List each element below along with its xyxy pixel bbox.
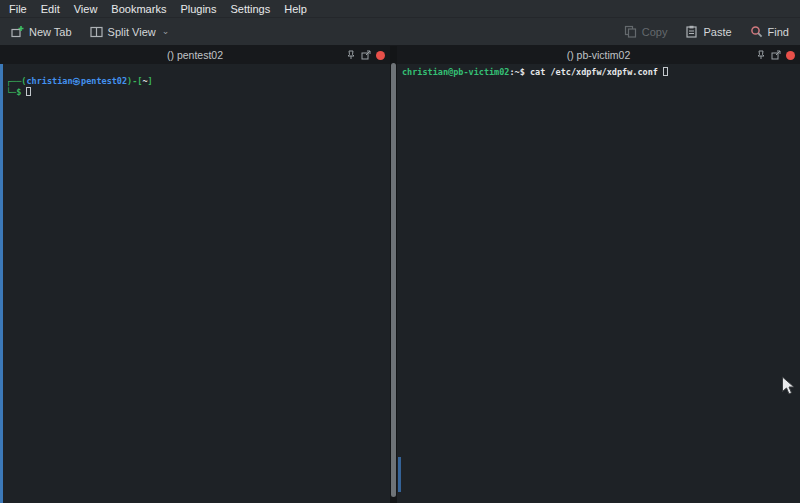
paste-button[interactable]: Paste (680, 22, 736, 41)
right-terminal-scrollbar[interactable] (398, 457, 401, 492)
toolbar-right-group: Copy Paste (619, 22, 794, 41)
splitter-handle[interactable] (391, 63, 396, 497)
paste-label: Paste (703, 26, 731, 38)
find-label: Find (768, 26, 789, 38)
close-split-button[interactable] (376, 51, 385, 60)
terminal-prompt-line-2: └─$ (6, 87, 390, 98)
left-tab-title: () pentest02 (0, 49, 390, 61)
menu-edit[interactable]: Edit (34, 0, 67, 17)
split-view-button[interactable]: Split View ⌄ (85, 23, 175, 41)
pin-icon[interactable] (346, 46, 356, 64)
toolbar-left-group: New Tab Split View ⌄ (6, 22, 174, 41)
prompt-frame-open: ┌──( (6, 76, 26, 86)
right-pane: () pb-victim02 (397, 46, 800, 503)
pin-icon[interactable] (756, 46, 766, 64)
detach-tab-icon[interactable] (361, 46, 371, 64)
left-tab-bar: () pentest02 (0, 46, 390, 64)
copy-icon (624, 25, 637, 38)
menu-bar: File Edit View Bookmarks Plugins Setting… (0, 0, 800, 18)
menu-file[interactable]: File (2, 0, 34, 17)
menu-plugins[interactable]: Plugins (173, 0, 223, 17)
prompt-dollar: └─$ (6, 87, 21, 97)
prompt-separator: :~$ (509, 67, 529, 77)
detach-tab-icon[interactable] (771, 46, 781, 64)
split-view-icon (90, 26, 103, 38)
new-tab-icon (11, 25, 24, 38)
menu-settings[interactable]: Settings (223, 0, 277, 17)
pane-splitter (390, 46, 397, 503)
text-cursor (663, 67, 668, 76)
prompt-frame-mid: )-[ (127, 76, 142, 86)
copy-button[interactable]: Copy (619, 22, 673, 41)
left-pane: () pentest02 (0, 46, 390, 503)
paste-icon (685, 25, 698, 38)
split-view-label: Split View (108, 26, 156, 38)
right-tab-actions (756, 46, 800, 64)
find-button[interactable]: Find (745, 22, 794, 41)
konsole-window: File Edit View Bookmarks Plugins Setting… (0, 0, 800, 503)
main-toolbar: New Tab Split View ⌄ (0, 18, 800, 46)
prompt-frame-close: ] (148, 76, 153, 86)
chevron-down-icon: ⌄ (162, 27, 170, 36)
left-terminal-scrollbar[interactable] (0, 64, 3, 503)
copy-label: Copy (642, 26, 668, 38)
split-container: () pentest02 (0, 46, 800, 503)
prompt-user-host: christian㉿pentest02 (26, 76, 127, 86)
left-tab-actions (346, 46, 390, 64)
right-tab-bar: () pb-victim02 (397, 46, 800, 64)
terminal-prompt-line-1: ┌──(christian㉿pentest02)-[~] (6, 76, 390, 87)
typed-command: cat /etc/xdpfw/xdpfw.conf (530, 67, 658, 77)
right-terminal[interactable]: christian@pb-victim02:~$ cat /etc/xdpfw/… (397, 64, 800, 503)
new-tab-label: New Tab (29, 26, 72, 38)
left-terminal[interactable]: ┌──(christian㉿pentest02)-[~] └─$ (0, 64, 390, 503)
text-cursor (26, 87, 31, 96)
menu-view[interactable]: View (67, 0, 105, 17)
menu-bookmarks[interactable]: Bookmarks (104, 0, 173, 17)
close-split-button[interactable] (786, 51, 795, 60)
terminal-prompt-line: christian@pb-victim02:~$ cat /etc/xdpfw/… (402, 67, 800, 78)
prompt-user-host: christian@pb-victim02 (402, 67, 509, 77)
new-tab-button[interactable]: New Tab (6, 22, 77, 41)
mouse-cursor (781, 376, 795, 400)
right-tab-title: () pb-victim02 (397, 49, 800, 61)
menu-help[interactable]: Help (277, 0, 314, 17)
find-icon (750, 25, 763, 38)
